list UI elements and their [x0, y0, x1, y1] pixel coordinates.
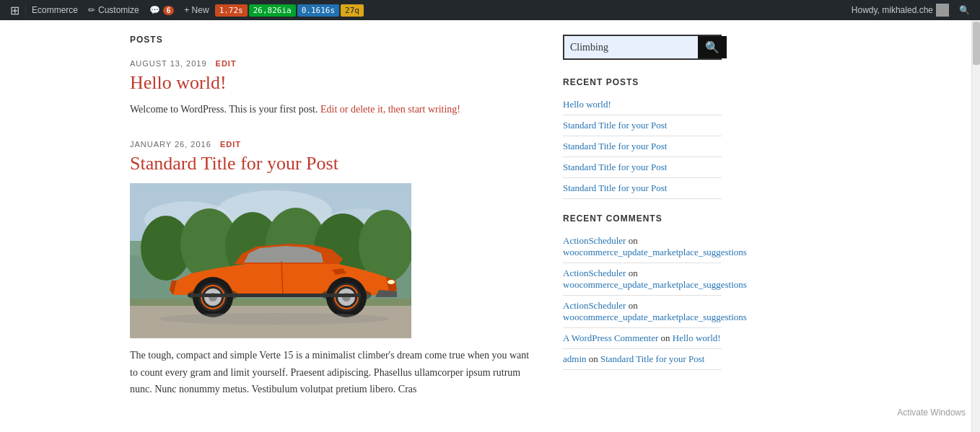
list-item: Standard Title for your Post	[563, 136, 722, 157]
comment-item-5: admin on Standard Title for your Post	[563, 349, 722, 370]
new-menu[interactable]: + New	[180, 0, 213, 20]
list-item: Standard Title for your Post	[563, 178, 722, 199]
recent-post-link-1[interactable]: Hello world!	[563, 99, 611, 110]
ecommerce-label: Ecommerce	[32, 5, 78, 15]
scrollbar-thumb[interactable]	[973, 22, 980, 65]
comment-link-5[interactable]: Standard Title for your Post	[600, 353, 704, 364]
comment-author-3[interactable]: ActionScheduler	[563, 300, 626, 311]
post-excerpt-2: The tough, compact and simple Verte 15 i…	[130, 347, 534, 398]
perf-time: 1.72s	[215, 4, 248, 17]
comments-icon: 💬	[149, 5, 160, 15]
comment-link-3[interactable]: woocommerce_update_marketplace_suggestio…	[563, 312, 747, 322]
comment-on-5: on	[589, 353, 600, 364]
perf-query-time: 0.1616s	[297, 4, 339, 17]
comment-author-2[interactable]: ActionScheduler	[563, 268, 626, 278]
comment-author-4[interactable]: A WordPress Commenter	[563, 332, 658, 343]
post-title-2[interactable]: Standard Title for your Post	[130, 153, 534, 175]
list-item: Standard Title for your Post	[563, 115, 722, 136]
comment-item-4: A WordPress Commenter on Hello world!	[563, 328, 722, 349]
main-content: POSTS AUGUST 13, 2019 EDIT Hello world! …	[0, 20, 563, 432]
posts-heading: POSTS	[130, 35, 534, 45]
recent-posts-title: RECENT POSTS	[563, 77, 722, 87]
post-excerpt-1: Welcome to WordPress. This is your first…	[130, 101, 534, 118]
recent-post-link-2[interactable]: Standard Title for your Post	[563, 120, 667, 131]
comment-item-3: ActionScheduler on woocommerce_update_ma…	[563, 296, 722, 328]
comment-on-2: on	[629, 268, 638, 278]
svg-point-14	[388, 280, 395, 284]
list-item: Standard Title for your Post	[563, 157, 722, 178]
recent-comments-title: RECENT COMMENTS	[563, 213, 722, 224]
post-edit-link-1[interactable]: EDIT	[216, 59, 237, 68]
recent-comments-section: RECENT COMMENTS ActionScheduler on wooco…	[563, 213, 722, 370]
customize-icon: ✏	[88, 5, 95, 15]
post-image-car	[130, 183, 411, 338]
wp-logo[interactable]: ⊞	[6, 0, 24, 20]
customize-menu[interactable]: ✏ Customize	[84, 0, 144, 20]
page-wrapper: POSTS AUGUST 13, 2019 EDIT Hello world! …	[0, 20, 980, 432]
new-label: + New	[184, 5, 209, 15]
howdy-text: Howdy, mikhaled.che	[852, 5, 933, 15]
comment-item-2: ActionScheduler on woocommerce_update_ma…	[563, 263, 722, 296]
post-title-1[interactable]: Hello world!	[130, 72, 534, 94]
comments-menu[interactable]: 💬 6	[145, 0, 179, 20]
recent-post-link-5[interactable]: Standard Title for your Post	[563, 182, 667, 193]
search-icon: 🔍	[705, 40, 719, 54]
post-date-2: JANUARY 26, 2016	[130, 140, 211, 149]
post-item-standard: JANUARY 26, 2016 EDIT Standard Title for…	[130, 140, 534, 398]
comment-author-5[interactable]: admin	[563, 353, 587, 364]
scrollbar[interactable]	[971, 20, 980, 432]
search-input[interactable]	[564, 36, 698, 58]
svg-point-28	[159, 313, 390, 325]
comment-item-1: ActionScheduler on woocommerce_update_ma…	[563, 231, 722, 263]
post-edit-link-2[interactable]: EDIT	[220, 140, 241, 149]
recent-posts-list: Hello world! Standard Title for your Pos…	[563, 94, 722, 199]
customize-label: Customize	[98, 5, 139, 15]
post-date-1: AUGUST 13, 2019	[130, 59, 207, 68]
post-excerpt-link-1[interactable]: Edit or delete it, then start writing!	[320, 104, 460, 115]
recent-post-link-4[interactable]: Standard Title for your Post	[563, 162, 667, 172]
howdy-menu[interactable]: Howdy, mikhaled.che	[847, 0, 953, 20]
avatar-icon	[936, 4, 949, 17]
comment-on-1: on	[629, 235, 638, 246]
search-button[interactable]: 🔍	[698, 36, 727, 58]
comment-link-1[interactable]: woocommerce_update_marketplace_suggestio…	[563, 247, 747, 257]
svg-rect-27	[188, 294, 361, 297]
recent-post-link-3[interactable]: Standard Title for your Post	[563, 141, 667, 151]
search-admin-button[interactable]: 🔍	[955, 0, 974, 20]
comment-author-1[interactable]: ActionScheduler	[563, 235, 626, 246]
list-item: Hello world!	[563, 94, 722, 115]
comment-link-2[interactable]: woocommerce_update_marketplace_suggestio…	[563, 279, 747, 290]
ecommerce-menu[interactable]: Ecommerce	[27, 0, 82, 20]
perf-queries: 27q	[341, 4, 364, 17]
admin-bar: ⊞ Ecommerce ✏ Customize 💬 6 + New 1.72s …	[0, 0, 980, 20]
sidebar: 🔍 RECENT POSTS Hello world! Standard Tit…	[563, 20, 736, 432]
post-item-hello-world: AUGUST 13, 2019 EDIT Hello world! Welcom…	[130, 59, 534, 118]
comment-on-4: on	[661, 332, 673, 343]
admin-bar-right: Howdy, mikhaled.che 🔍	[847, 0, 974, 20]
post-meta-1: AUGUST 13, 2019 EDIT	[130, 59, 534, 68]
post-meta-2: JANUARY 26, 2016 EDIT	[130, 140, 534, 149]
comment-link-4[interactable]: Hello world!	[673, 332, 721, 343]
perf-ia: 26,826ia	[249, 4, 296, 17]
recent-posts-section: RECENT POSTS Hello world! Standard Title…	[563, 77, 722, 199]
search-box: 🔍	[563, 35, 722, 60]
comments-badge: 6	[163, 6, 175, 15]
comment-on-3: on	[629, 300, 638, 311]
